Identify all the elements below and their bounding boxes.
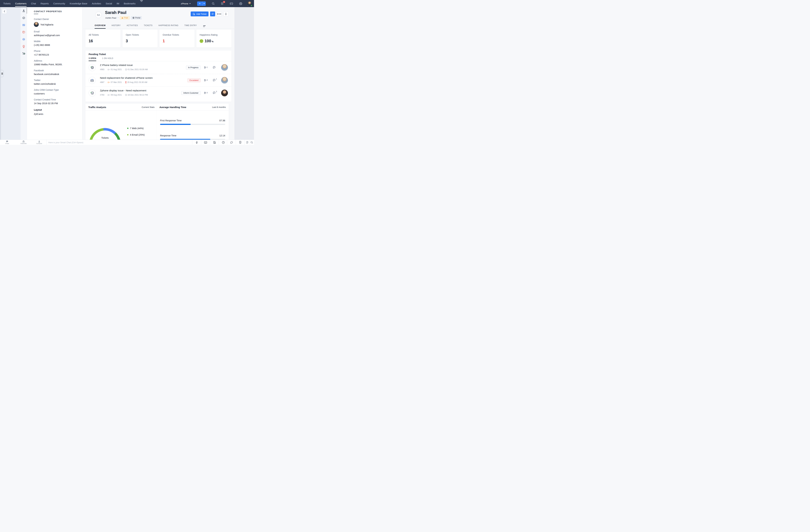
aht-range-selector[interactable]: Last 6 months: [212, 106, 226, 108]
chatbar-tab-chats[interactable]: Chats: [2, 140, 12, 145]
smart-chat-input[interactable]: Here is your Smart Chat (Ctrl+Space): [48, 140, 83, 145]
field-value[interactable]: 14 Sep 2016 02:35 PM: [34, 102, 78, 104]
nav-item-activities[interactable]: Activities: [92, 0, 101, 7]
progress-fill: [160, 124, 191, 125]
plus-icon[interactable]: +: [197, 1, 202, 6]
ticket-comments-button[interactable]: [213, 66, 216, 69]
chatbar-tab-channels[interactable]: Channels: [18, 140, 29, 145]
add-ticket-button[interactable]: Add Ticket: [191, 12, 209, 16]
field-value[interactable]: customers: [34, 92, 78, 95]
ticket-thread-count[interactable]: 3: [204, 92, 208, 94]
ticket-thread-count[interactable]: 3: [204, 79, 208, 81]
nav-item-reports[interactable]: Reports: [40, 0, 49, 7]
legend-item-web[interactable]: 7 Web (44%): [127, 127, 145, 130]
nav-item-customers[interactable]: Customers: [15, 0, 27, 7]
ticket-title[interactable]: Z Phone battery related issue: [100, 64, 133, 67]
nav-item-tickets[interactable]: Tickets: [3, 0, 11, 7]
stat-card-overdue-tickets[interactable]: Overdue Tickets 1: [159, 30, 195, 47]
legend-item-email[interactable]: 4 Email (25%): [127, 133, 145, 136]
chat-search-button[interactable]: [249, 140, 254, 145]
settings-button[interactable]: [239, 2, 242, 5]
stat-card-all-tickets[interactable]: All Tickets 16: [85, 30, 120, 47]
field-value[interactable]: +17 98765123: [34, 53, 78, 56]
separator-dot: •: [118, 17, 118, 19]
metric-value: 12:14: [220, 134, 225, 137]
ticket-title[interactable]: Need replacement for shattered zPhone sc…: [100, 77, 153, 79]
user-avatar[interactable]: [247, 1, 252, 6]
quick-add-button[interactable]: +: [197, 1, 206, 6]
rail-item-tasks[interactable]: [20, 14, 27, 21]
contact-owner-row[interactable]: Yod Agbaria: [34, 22, 78, 27]
ticket-title[interactable]: Zphone display issue - Need replacement: [100, 89, 146, 92]
field-value[interactable]: twitter.com/zohodesk: [34, 83, 78, 85]
stack-view-button[interactable]: [223, 12, 228, 16]
nav-item-knowledge-base[interactable]: Knowledge Base: [70, 0, 87, 7]
field-value[interactable]: ashlinpaul.w@gmail.com: [34, 34, 78, 37]
tab-tickets[interactable]: TICKETS: [144, 24, 152, 29]
field-value[interactable]: 10880 Malibu Point, 90265.: [34, 63, 78, 66]
feedback-chat-button[interactable]: [227, 140, 236, 145]
field-value[interactable]: (+26) 882-8888: [34, 44, 78, 46]
add-ticket-label: Add Ticket: [196, 13, 206, 15]
stat-card-open-tickets[interactable]: Open Tickets 3: [123, 30, 158, 47]
field-address: Address 10880 Malibu Point, 90265.: [34, 60, 78, 66]
zia-assistant-button[interactable]: [192, 140, 201, 145]
assignee-avatar[interactable]: [221, 90, 228, 96]
nav-item-im[interactable]: IM: [117, 0, 119, 7]
notifications-button[interactable]: 4: [221, 2, 224, 5]
ticket-comments-button[interactable]: 3: [213, 91, 216, 94]
copy-docs-button[interactable]: [244, 140, 250, 145]
ticket-status-badge[interactable]: Escalated: [188, 78, 200, 82]
start-chat-button[interactable]: [210, 12, 215, 16]
quick-add-dropdown[interactable]: [202, 1, 206, 6]
assignee-avatar[interactable]: [221, 64, 228, 71]
tab-happiness-rating[interactable]: HAPPINESS RATING: [159, 24, 178, 29]
panel-resize-handle[interactable]: [1, 70, 3, 77]
rail-item-contact[interactable]: [20, 7, 27, 14]
ticket-row[interactable]: Zphone display issue - Need replacement …: [85, 86, 231, 99]
incoming-ticket-button[interactable]: [236, 140, 245, 145]
rail-item-articles[interactable]: [20, 29, 27, 36]
nav-more-menu-icon[interactable]: [140, 0, 143, 7]
nav-item-community[interactable]: Community: [53, 0, 65, 7]
ticket-status-badge[interactable]: Inform Customer: [181, 91, 200, 95]
field-label: Phone: [34, 50, 78, 52]
tab-on-hold-tickets[interactable]: 1 ON HOLD: [102, 57, 113, 61]
nav-item-bookmarks[interactable]: Bookmarks: [124, 0, 135, 7]
tab-history[interactable]: HISTORY: [112, 24, 121, 29]
tab-activities[interactable]: ACTIVITIES: [127, 24, 138, 29]
department-selector[interactable]: zPhone: [181, 2, 191, 5]
chatbar-tab-contacts[interactable]: Contacts: [34, 140, 44, 145]
nav-item-chat[interactable]: Chat: [31, 0, 36, 7]
recent-items-button[interactable]: [219, 140, 228, 145]
traffic-stats-selector[interactable]: Current Stats: [142, 106, 155, 108]
right-collapsed-gutter: [234, 7, 254, 140]
tab-open-tickets[interactable]: 3 OPEN: [88, 57, 96, 61]
rail-item-deals[interactable]: [20, 21, 27, 29]
search-button[interactable]: [212, 2, 215, 5]
stat-card-happiness-rating[interactable]: Happiness Rating 100 %: [196, 30, 231, 47]
ticket-row[interactable]: Z Phone battery related issue #983 · 01 …: [85, 61, 231, 74]
gamescope-button[interactable]: [230, 2, 233, 5]
ticket-comments-button[interactable]: 1: [213, 79, 216, 82]
rail-item-locations[interactable]: [20, 43, 27, 50]
ticket-row[interactable]: Need replacement for shattered zPhone sc…: [85, 74, 231, 86]
tab-time-entry[interactable]: TIME ENTRY: [184, 24, 197, 29]
nav-item-social[interactable]: Social: [106, 0, 112, 7]
rail-item-reports[interactable]: [20, 36, 27, 43]
collapse-back-button[interactable]: [2, 9, 7, 14]
tab-overview[interactable]: OVERVIEW: [95, 24, 106, 29]
account-name-link[interactable]: Ashlin Paul: [105, 17, 116, 19]
tasks-button[interactable]: [210, 140, 219, 145]
comment-bubble-icon: [213, 91, 216, 94]
tabs-more-icon[interactable]: [203, 26, 206, 29]
layout-value[interactable]: ZylCares: [34, 113, 78, 115]
keyboard-shortcuts-button[interactable]: [201, 140, 210, 145]
ticket-status-badge[interactable]: In Progress: [186, 66, 200, 69]
ticket-thread-count[interactable]: 1: [204, 66, 208, 68]
threads-icon: [204, 92, 206, 94]
more-actions-button[interactable]: ●●●: [217, 12, 222, 16]
assignee-avatar[interactable]: [221, 77, 228, 84]
rail-item-integrations[interactable]: [20, 50, 27, 57]
field-value[interactable]: facebook.com/zohodesk: [34, 73, 78, 76]
